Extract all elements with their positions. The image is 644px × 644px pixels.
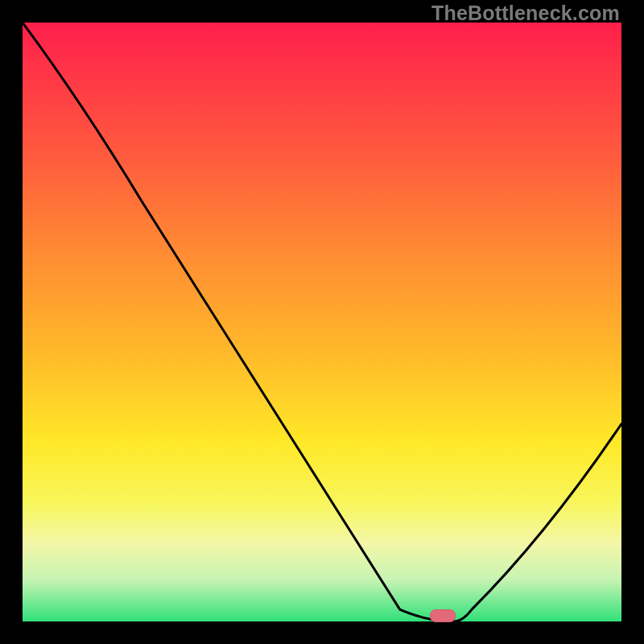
curve-path — [23, 23, 621, 621]
bottleneck-curve — [23, 23, 621, 621]
watermark-text: TheBottleneck.com — [431, 2, 620, 25]
chart-plot-area — [23, 23, 621, 621]
optimal-point-marker — [430, 609, 456, 622]
